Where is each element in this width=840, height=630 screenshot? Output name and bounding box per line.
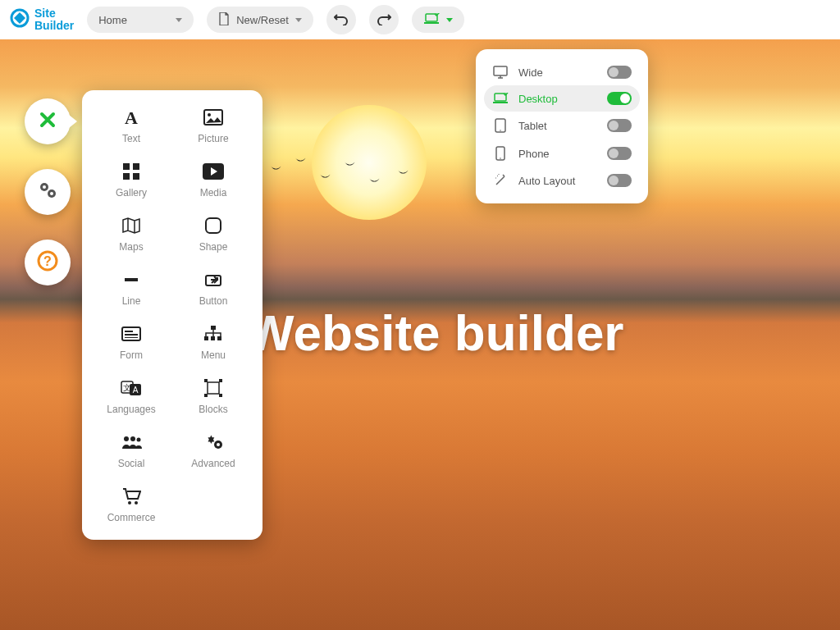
commerce-icon [121, 486, 141, 507]
logo-icon [10, 8, 30, 31]
svg-rect-45 [494, 66, 507, 75]
svg-point-42 [217, 443, 220, 446]
svg-point-4 [43, 185, 46, 189]
bird-graphic: ︶ [295, 154, 307, 169]
tablet-icon [492, 118, 509, 133]
toggle-switch[interactable] [607, 119, 632, 132]
element-label: Shape [199, 241, 228, 253]
maps-icon [121, 215, 141, 236]
svg-rect-23 [125, 334, 138, 336]
element-label: Advanced [191, 458, 235, 469]
element-advanced[interactable]: Advanced [174, 431, 253, 469]
element-form[interactable]: Form [92, 323, 171, 361]
element-commerce[interactable]: Commerce [92, 486, 171, 523]
bird-graphic: ︶ [271, 162, 282, 177]
logo-line1: Site [34, 7, 74, 20]
svg-rect-26 [204, 336, 208, 340]
element-button[interactable]: Button [174, 269, 253, 307]
element-label: Blocks [199, 404, 227, 415]
element-label: Gallery [116, 187, 147, 199]
element-label: Media [200, 187, 227, 199]
svg-rect-18 [206, 218, 221, 233]
help-button[interactable]: ? [25, 240, 71, 285]
bird-graphic: ︶ [345, 158, 356, 173]
svg-rect-36 [204, 394, 208, 397]
viewport-label: Auto Layout [518, 175, 597, 187]
element-label: Menu [201, 349, 226, 361]
svg-rect-12 [123, 163, 130, 170]
viewport-option-wide[interactable]: Wide [484, 59, 640, 85]
element-languages[interactable]: 文A Languages [92, 377, 171, 415]
element-line[interactable]: Line [92, 269, 171, 307]
help-icon: ? [36, 249, 59, 276]
viewport-label: Wide [518, 66, 597, 79]
viewport-option-phone[interactable]: Phone [484, 139, 640, 167]
svg-rect-28 [217, 336, 221, 340]
toggle-switch[interactable] [607, 147, 632, 160]
viewport-option-tablet[interactable]: Tablet [484, 112, 640, 139]
element-label: Picture [198, 133, 228, 144]
redo-icon [377, 12, 391, 28]
element-picture[interactable]: Picture [174, 107, 253, 144]
gallery-icon [122, 161, 140, 182]
svg-rect-34 [204, 379, 208, 382]
toggle-switch[interactable] [607, 92, 632, 105]
svg-point-43 [128, 501, 131, 504]
settings-button[interactable] [25, 169, 71, 215]
blocks-icon [203, 377, 223, 399]
sun-graphic [312, 105, 427, 220]
element-label: Text [122, 133, 140, 144]
element-menu[interactable]: Menu [174, 323, 253, 361]
redo-button[interactable] [369, 5, 399, 34]
svg-rect-13 [133, 163, 139, 170]
element-maps[interactable]: Maps [92, 215, 171, 253]
line-icon [122, 269, 140, 290]
svg-rect-14 [123, 173, 130, 180]
bird-graphic: ︶ [398, 167, 409, 181]
svg-rect-24 [125, 337, 138, 338]
magic-wand-icon [492, 174, 509, 187]
viewport-dropdown-button[interactable] [412, 7, 464, 33]
hero-title[interactable]: Website builder [246, 304, 624, 362]
toggle-switch[interactable] [607, 174, 632, 187]
page-selector-label: Home [98, 14, 127, 26]
svg-rect-15 [133, 173, 139, 180]
element-gallery[interactable]: Gallery [92, 161, 171, 199]
svg-point-48 [500, 130, 501, 131]
svg-rect-37 [219, 394, 222, 397]
element-social[interactable]: Social [92, 431, 171, 469]
svg-point-50 [500, 158, 501, 159]
viewport-option-auto[interactable]: Auto Layout [484, 167, 640, 194]
file-icon [218, 12, 230, 28]
svg-text:A: A [133, 386, 139, 395]
chevron-down-icon [176, 18, 182, 22]
form-icon [121, 323, 141, 345]
element-label: Button [199, 295, 228, 307]
close-panel-button[interactable] [25, 98, 71, 144]
svg-point-38 [124, 436, 129, 441]
new-reset-dropdown[interactable]: New/Reset [207, 7, 313, 33]
logo-text: Site Builder [34, 7, 74, 33]
svg-point-11 [208, 113, 211, 116]
element-shape[interactable]: Shape [174, 215, 253, 253]
element-label: Social [118, 458, 145, 469]
svg-rect-22 [125, 331, 133, 332]
element-media[interactable]: Media [174, 161, 253, 199]
advanced-icon [203, 431, 224, 453]
element-text[interactable]: A Text [92, 107, 171, 144]
media-icon [203, 161, 224, 182]
undo-icon [334, 12, 349, 28]
undo-button[interactable] [326, 5, 356, 34]
svg-point-44 [135, 501, 138, 504]
logo[interactable]: Site Builder [10, 7, 74, 33]
chevron-down-icon [295, 18, 302, 22]
toggle-switch[interactable] [607, 66, 632, 79]
element-blocks[interactable]: Blocks [174, 377, 253, 415]
viewport-option-desktop[interactable]: Desktop [484, 85, 640, 112]
chevron-down-icon [446, 18, 453, 22]
element-label: Languages [107, 404, 155, 415]
svg-point-40 [137, 438, 141, 442]
menu-icon [203, 323, 223, 345]
page-selector-dropdown[interactable]: Home [87, 7, 194, 33]
button-icon [204, 269, 222, 290]
